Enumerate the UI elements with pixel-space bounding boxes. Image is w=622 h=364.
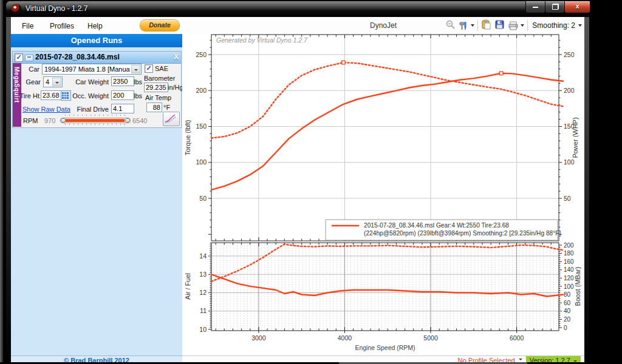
toolbar-separator [527,20,528,31]
run-filename: 2015-07-28_08.34.46.msl [35,53,120,61]
maximize-button[interactable] [545,1,565,13]
chevron-down-icon [55,82,59,84]
smoothing-dropdown[interactable]: Smoothing: 2 [532,21,575,30]
car-weight-unit: lbs [134,78,142,86]
svg-text:200: 200 [564,242,574,249]
close-button[interactable]: x [564,1,590,13]
svg-text:0: 0 [564,325,567,331]
svg-text:11: 11 [200,307,207,314]
svg-text:3000: 3000 [251,334,266,342]
svg-text:140: 140 [564,266,574,273]
sidebar: Opened Runs ✓ 2015-07-28_08.34.46.msl X … [11,34,183,364]
menu-bar: File Profiles Help Donate [11,17,182,34]
chevron-down-icon [471,24,474,27]
svg-text:5000: 5000 [423,334,438,342]
opened-runs-header: Opened Runs [11,34,182,47]
slider-handle-right[interactable] [125,118,130,123]
occ-weight-unit: lbs [134,92,142,99]
minimize-icon [533,7,538,8]
svg-text:120: 120 [564,275,574,281]
svg-text:250: 250 [196,51,207,58]
svg-text:250: 250 [564,51,575,58]
svg-text:50: 50 [199,195,207,202]
svg-text:100: 100 [564,283,574,290]
menu-file[interactable]: File [19,21,36,32]
svg-text:2015-07-28_08.34.46.msl Gear:4: 2015-07-28_08.34.46.msl Gear:4 Wt:2550 T… [364,222,509,229]
svg-text:200: 200 [196,87,207,94]
menu-band: File Profiles Help Donate DynoJet [11,17,584,35]
air-temp-input[interactable]: 88 [146,103,162,112]
svg-text:Power (WHP): Power (WHP) [572,117,579,158]
dyno-style-label: DynoJet [370,21,397,30]
svg-text:Boost (MBar): Boost (MBar) [574,267,581,306]
svg-text:(224hp@5820rpm) (239lbft@3984r: (224hp@5820rpm) (239lbft@3984rpm) Smooth… [364,230,561,237]
occ-weight-input[interactable]: 200 [111,90,134,100]
svg-text:Engine Speed (RPM): Engine Speed (RPM) [355,344,415,351]
car-label: Car [24,66,39,73]
rpm-max-value: 6540 [132,117,147,124]
final-drive-input[interactable]: 4.1 [111,104,134,113]
slider-ticks [65,115,126,116]
run-card-header[interactable]: ✓ 2015-07-28_08.34.46.msl X [13,52,181,64]
tire-calculator-button[interactable] [61,90,71,101]
tire-height-label: Tire Ht [19,92,39,99]
show-raw-data-link[interactable]: Show Raw Data [22,106,70,113]
toolbar-separator [477,20,478,31]
desktop-edge [0,0,3,364]
collapse-run-button[interactable] [25,55,33,61]
slider-handle-left[interactable] [61,118,66,123]
chevron-down-icon [519,359,522,360]
menu-help[interactable]: Help [85,21,105,32]
svg-text:14: 14 [199,252,207,260]
copy-chart-icon[interactable] [481,19,491,32]
save-icon[interactable] [494,19,505,32]
chevron-down-icon [578,24,582,27]
print-icon[interactable] [508,21,524,31]
chevron-down-icon [134,69,138,71]
restore-icon [552,4,558,10]
mini-chart-button[interactable] [163,112,180,126]
barometer-label: Barometer [144,75,175,82]
svg-text:100: 100 [564,158,575,166]
svg-text:12: 12 [199,289,207,296]
svg-text:100: 100 [196,158,207,166]
svg-text:20: 20 [564,316,571,323]
occ-weight-label: Occ. Weight [71,92,109,99]
rpm-min-value: 970 [44,117,55,124]
title-bar[interactable]: Virtual Dyno - 1.2.7 x [6,1,589,17]
window-title: Virtual Dyno - 1.2.7 [26,4,88,13]
svg-text:4000: 4000 [338,334,352,342]
tire-height-input[interactable]: 23.68 [41,90,62,100]
app-window: Virtual Dyno - 1.2.7 x File Profiles Hel… [6,1,589,364]
gear-label: Gear [22,78,41,86]
gear-select[interactable]: 4 [43,76,63,87]
slider-track[interactable] [60,118,131,123]
window-body: File Profiles Help Donate DynoJet [11,17,584,364]
svg-text:13: 13 [199,271,207,278]
minimize-button[interactable] [525,1,545,13]
rpm-range-slider[interactable] [60,115,131,125]
sae-checkbox[interactable]: ✓ [145,64,153,73]
donate-button[interactable]: Donate [140,19,180,32]
zoom-out-icon[interactable] [445,19,456,32]
car-weight-input[interactable]: 2350 [111,76,134,86]
slider-fill [65,119,125,122]
close-run-button[interactable]: X [174,53,179,61]
chart-header: DynoJet [182,17,584,34]
air-temp-label: Air Temp [145,94,171,101]
final-drive-label: Final Drive [72,106,109,113]
chevron-down-icon [521,24,524,27]
chart-tools-icon[interactable] [459,21,474,31]
run-enabled-checkbox[interactable]: ✓ [15,53,23,62]
svg-text:60: 60 [564,300,571,306]
svg-text:180: 180 [564,250,574,257]
menu-profiles[interactable]: Profiles [47,21,77,32]
svg-text:50: 50 [564,195,571,202]
sae-label: SAE [155,65,168,72]
svg-text:80: 80 [564,291,571,298]
svg-text:40: 40 [564,308,571,314]
barometer-input[interactable]: 29.235 [144,83,168,92]
slider-ticks [65,124,126,125]
svg-text:10: 10 [199,326,207,333]
car-select[interactable]: 1994-1997 Miata 1.8 [Manua [42,64,142,75]
